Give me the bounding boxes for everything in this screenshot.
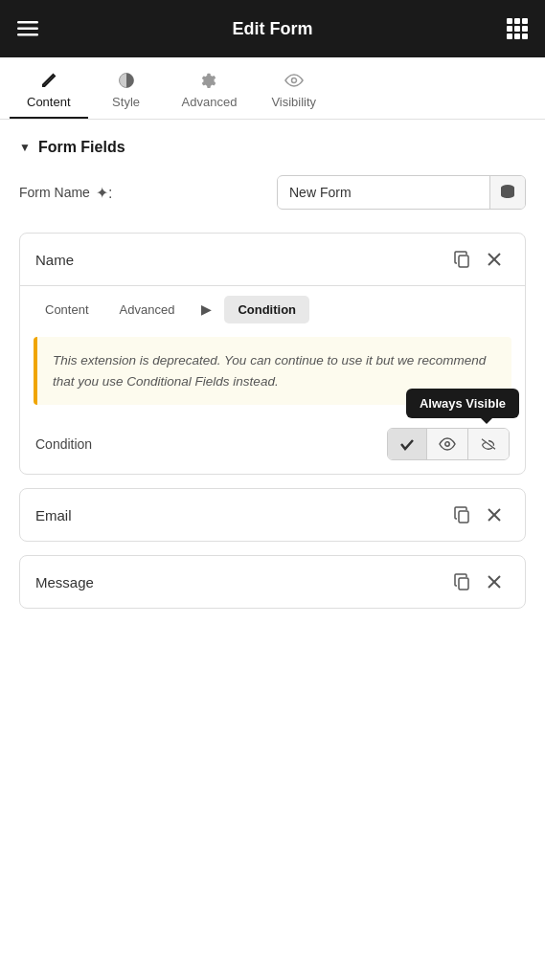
svg-point-18 bbox=[445, 442, 449, 446]
field-name-label: Name bbox=[35, 252, 446, 268]
svg-rect-0 bbox=[17, 21, 38, 24]
tab-advanced[interactable]: Advanced bbox=[165, 57, 255, 119]
svg-rect-8 bbox=[522, 26, 528, 32]
condition-buttons bbox=[387, 428, 510, 460]
field-card-name: Name Content Advanced ▶ Condition bbox=[19, 233, 526, 475]
hamburger-menu-button[interactable] bbox=[17, 21, 38, 36]
condition-check-button[interactable] bbox=[388, 429, 427, 459]
field-email-header: Email bbox=[20, 489, 525, 541]
condition-eye-closed-button[interactable] bbox=[468, 429, 509, 459]
form-name-db-button[interactable] bbox=[489, 176, 525, 209]
close-icon bbox=[487, 574, 502, 590]
svg-rect-1 bbox=[17, 28, 38, 31]
svg-rect-6 bbox=[507, 26, 512, 32]
copy-icon bbox=[454, 573, 471, 590]
condition-row: Condition Always Visible bbox=[20, 414, 525, 474]
sub-tab-content[interactable]: Content bbox=[32, 296, 102, 323]
field-message-header: Message bbox=[20, 556, 525, 608]
field-card-message: Message bbox=[19, 555, 526, 609]
svg-rect-22 bbox=[459, 578, 468, 590]
always-visible-tooltip: Always Visible bbox=[406, 389, 519, 418]
main-tabs: Content Style Advanced Visibility bbox=[0, 57, 545, 120]
tooltip-container: Always Visible bbox=[387, 428, 510, 460]
field-email-label: Email bbox=[35, 507, 446, 523]
condition-label: Condition bbox=[35, 436, 387, 452]
svg-rect-5 bbox=[522, 18, 528, 24]
copy-icon bbox=[454, 506, 471, 523]
tab-style[interactable]: Style bbox=[88, 57, 165, 119]
deprecation-text: This extension is deprecated. You can co… bbox=[53, 353, 486, 389]
eye-closed-icon bbox=[480, 437, 497, 451]
form-name-label: Form Name ✦: bbox=[19, 184, 112, 202]
eye-tab-icon bbox=[284, 71, 304, 90]
field-name-header: Name bbox=[20, 234, 525, 286]
tab-visibility[interactable]: Visibility bbox=[254, 57, 333, 119]
half-circle-icon bbox=[117, 71, 136, 90]
hamburger-icon bbox=[17, 21, 38, 36]
close-icon bbox=[487, 507, 502, 523]
svg-rect-9 bbox=[507, 33, 512, 39]
field-card-email: Email bbox=[19, 488, 526, 542]
field-email-close-button[interactable] bbox=[479, 503, 510, 526]
condition-eye-open-button[interactable] bbox=[427, 429, 468, 459]
section-arrow-icon: ▼ bbox=[19, 141, 31, 154]
svg-rect-11 bbox=[522, 33, 528, 39]
svg-point-13 bbox=[291, 78, 296, 83]
svg-rect-7 bbox=[514, 26, 520, 32]
page-title: Edit Form bbox=[233, 19, 313, 39]
tab-content[interactable]: Content bbox=[10, 57, 88, 119]
form-fields-section: ▼ Form Fields bbox=[19, 139, 526, 156]
svg-rect-10 bbox=[514, 33, 520, 39]
sparkle-icon: ✦: bbox=[96, 184, 112, 202]
tab-advanced-label: Advanced bbox=[182, 95, 238, 109]
field-message-close-button[interactable] bbox=[479, 570, 510, 593]
grid-menu-button[interactable] bbox=[507, 18, 528, 39]
section-title: Form Fields bbox=[38, 139, 125, 156]
svg-rect-4 bbox=[514, 18, 520, 24]
sub-tab-advanced[interactable]: Advanced bbox=[106, 296, 189, 323]
check-icon bbox=[399, 436, 415, 452]
field-name-close-button[interactable] bbox=[479, 248, 510, 271]
copy-icon bbox=[454, 251, 471, 268]
grid-icon bbox=[507, 18, 528, 39]
database-icon bbox=[500, 184, 515, 201]
svg-rect-2 bbox=[17, 33, 38, 36]
field-email-copy-button[interactable] bbox=[446, 502, 479, 527]
svg-rect-3 bbox=[507, 18, 512, 24]
svg-rect-15 bbox=[459, 256, 468, 267]
form-name-row: Form Name ✦: bbox=[19, 175, 526, 210]
sub-tab-condition[interactable]: Condition bbox=[224, 296, 309, 323]
tab-style-label: Style bbox=[112, 95, 140, 109]
eye-open-icon bbox=[439, 437, 456, 451]
sub-tab-d[interactable]: ▶ bbox=[192, 296, 220, 323]
form-name-input-wrapper bbox=[277, 175, 526, 210]
gear-icon bbox=[199, 71, 218, 90]
field-name-copy-button[interactable] bbox=[446, 247, 479, 272]
tab-content-label: Content bbox=[27, 95, 71, 109]
tab-visibility-label: Visibility bbox=[271, 95, 316, 109]
field-message-copy-button[interactable] bbox=[446, 569, 479, 594]
form-name-input[interactable] bbox=[278, 177, 489, 208]
pencil-icon bbox=[39, 71, 58, 90]
svg-rect-19 bbox=[459, 511, 468, 523]
app-header: Edit Form bbox=[0, 0, 545, 57]
field-message-label: Message bbox=[35, 574, 446, 590]
close-icon bbox=[487, 252, 502, 267]
sub-tabs: Content Advanced ▶ Condition bbox=[20, 286, 525, 323]
main-content: ▼ Form Fields Form Name ✦: Name bbox=[0, 120, 545, 641]
